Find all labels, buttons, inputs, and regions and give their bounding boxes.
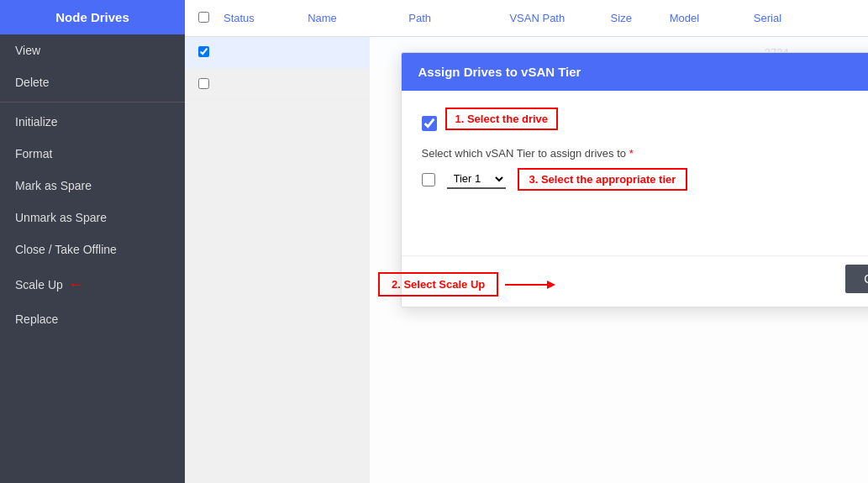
- modal-header: Assign Drives to vSAN Tier: [402, 53, 869, 91]
- row-checkbox-2[interactable]: [198, 78, 209, 89]
- tier-select[interactable]: Tier 1 Tier 2 Tier 3: [447, 170, 506, 189]
- cancel-button[interactable]: Cancel: [845, 265, 868, 293]
- col-status: Status: [224, 12, 308, 24]
- sidebar-item-view[interactable]: View: [0, 34, 185, 66]
- sidebar-item-replace[interactable]: Replace: [0, 303, 185, 335]
- table-header: Status Name Path VSAN Path Size Model Se…: [185, 0, 868, 37]
- tier-row: Tier 1 Tier 2 Tier 3 3. Select the appro…: [422, 168, 869, 191]
- sidebar: Node Drives View Delete Initialize Forma…: [0, 0, 185, 483]
- step2-box: 2. Select Scale Up: [378, 272, 498, 297]
- select-all-checkbox[interactable]: [198, 12, 209, 23]
- vsan-tier-label: Select which vSAN Tier to assign drives …: [422, 147, 869, 160]
- sidebar-item-unmark-as-spare[interactable]: Unmark as Spare: [0, 202, 185, 234]
- modal-overlay: 2. Select Scale Up Assign Drives to vSAN…: [370, 37, 868, 483]
- svg-marker-1: [547, 281, 555, 289]
- step4-area: 4. Select Submit: [402, 216, 869, 239]
- col-model: Model: [670, 12, 754, 24]
- col-vsan-path: VSAN Path: [509, 12, 610, 24]
- row-checkbox-1[interactable]: [198, 46, 209, 57]
- sidebar-item-scale-up-label: Scale Up: [15, 278, 63, 291]
- tier-checkbox[interactable]: [422, 173, 435, 186]
- sidebar-item-scale-up[interactable]: Scale Up ←: [0, 265, 185, 303]
- sidebar-title: Node Drives: [0, 0, 185, 34]
- step1-box: 1. Select the drive: [445, 108, 559, 130]
- main-content: Status Name Path VSAN Path Size Model Se…: [185, 0, 868, 483]
- arrow-right-icon: ←: [68, 275, 85, 294]
- sidebar-item-close-take-offline[interactable]: Close / Take Offline: [0, 234, 185, 265]
- step2-annotation: 2. Select Scale Up: [378, 272, 555, 297]
- sidebar-item-mark-as-spare[interactable]: Mark as Spare: [0, 170, 185, 202]
- modal-body: 1. Select the drive Select which vSAN Ti…: [402, 91, 869, 209]
- col-size: Size: [611, 12, 670, 24]
- arrow-right-icon: [505, 276, 555, 293]
- modal-dialog: Assign Drives to vSAN Tier 1. Select the…: [401, 52, 869, 307]
- col-serial: Serial: [754, 12, 855, 24]
- step1-checkbox[interactable]: [422, 116, 437, 131]
- sidebar-item-delete[interactable]: Delete: [0, 66, 185, 98]
- sidebar-item-format[interactable]: Format: [0, 138, 185, 170]
- step3-box: 3. Select the appropriate tier: [518, 168, 688, 191]
- step1-row: 1. Select the drive: [422, 108, 869, 139]
- col-name: Name: [308, 12, 408, 24]
- col-path: Path: [408, 12, 509, 24]
- required-marker: *: [629, 147, 634, 160]
- sidebar-item-initialize[interactable]: Initialize: [0, 106, 185, 138]
